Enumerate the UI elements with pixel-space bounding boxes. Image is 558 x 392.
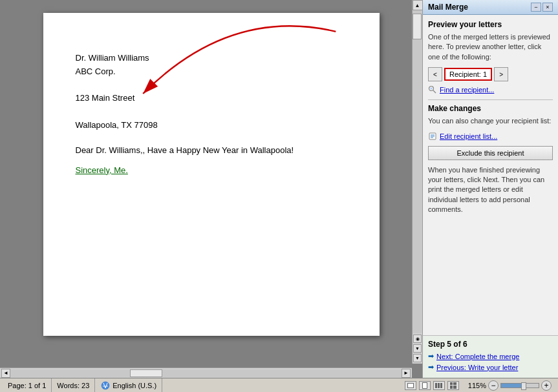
mini-scroll-btn3[interactable]: ▼ (413, 354, 422, 362)
next-step-link[interactable]: Next: Complete the merge (436, 353, 519, 360)
svg-line-2 (433, 90, 436, 93)
view-btn4[interactable] (447, 381, 459, 390)
panel-pin-btn[interactable]: − (531, 3, 541, 12)
panel-title: Mail Merge (428, 3, 468, 12)
page-info: Page: 1 of 1 (3, 378, 52, 392)
mini-scroll-btn1[interactable]: ◉ (413, 335, 422, 343)
greeting-text: Dear Dr. Williams,, Have a Happy New Yea… (76, 145, 347, 155)
address-line2: ABC Corp. (76, 65, 347, 79)
zoom-slider[interactable] (500, 383, 539, 388)
preview-title: Preview your letters (428, 20, 553, 29)
after-text: When you have finished previewing your l… (428, 165, 553, 215)
address-line4: Wallapoola, TX 77098 (76, 119, 347, 132)
zoom-in-btn[interactable]: + (541, 380, 552, 391)
next-step-row[interactable]: ➡ Next: Complete the merge (428, 352, 553, 360)
word-count: Words: 23 (52, 378, 95, 392)
zoom-thumb[interactable] (521, 382, 526, 390)
find-recipient-row[interactable]: Find a recipient... (428, 85, 553, 94)
edit-recipient-row[interactable]: Edit recipient list... (428, 132, 553, 141)
step-title: Step 5 of 6 (428, 340, 553, 349)
panel-header: Mail Merge − × (423, 0, 558, 15)
hscroll-right-btn[interactable]: ► (402, 369, 411, 378)
mini-scroll-btn2[interactable]: ▼ (413, 344, 422, 353)
zoom-level: 115% (468, 382, 486, 389)
scroll-up-btn[interactable]: ▲ (413, 0, 423, 10)
panel-close-btn[interactable]: × (542, 3, 553, 12)
hscroll-left-btn[interactable]: ◄ (1, 369, 10, 378)
preview-description: One of the merged letters is previewed h… (428, 32, 553, 62)
zoom-out-btn[interactable]: − (488, 380, 499, 391)
prev-step-row[interactable]: ➡ Previous: Write your letter (428, 363, 553, 371)
address-line1: Dr. William Williams (76, 52, 347, 65)
view-controls (400, 381, 464, 390)
recipient-indicator: Recipient: 1 (444, 68, 492, 81)
scroll-thumb[interactable] (413, 14, 422, 39)
step-section: Step 5 of 6 ➡ Next: Complete the merge ➡… (423, 335, 558, 378)
prev-arrow-icon: ➡ (428, 363, 434, 371)
panel-content: Preview your letters One of the merged l… (423, 15, 558, 335)
signature-text: Sincerely, Me. (76, 165, 347, 175)
zoom-controls: 115% − + (464, 380, 555, 391)
mail-merge-panel: Mail Merge − × Preview your letters One … (422, 0, 558, 378)
address-block: Dr. William Williams ABC Corp. 123 Main … (76, 52, 347, 132)
make-changes-section: Make changes You can also change your re… (428, 104, 553, 214)
prev-recipient-btn[interactable]: < (428, 67, 442, 81)
changes-description: You can also change your recipient list: (428, 116, 553, 126)
view-btn1[interactable] (405, 381, 416, 390)
status-bar: Page: 1 of 1 Words: 23 English (U.S.) (0, 378, 558, 392)
view-btn2[interactable] (419, 381, 431, 390)
svg-point-3 (431, 88, 433, 90)
recipient-nav: < Recipient: 1 > (428, 67, 553, 81)
edit-icon (428, 132, 437, 141)
changes-title: Make changes (428, 104, 553, 113)
next-arrow-icon: ➡ (428, 352, 434, 360)
find-recipient-link[interactable]: Find a recipient... (440, 86, 494, 94)
preview-section: Preview your letters One of the merged l… (428, 20, 553, 94)
language-info: English (U.S.) (95, 378, 162, 392)
exclude-recipient-button[interactable]: Exclude this recipient (428, 146, 553, 160)
prev-step-link[interactable]: Previous: Write your letter (436, 364, 518, 371)
view-btn3[interactable] (433, 381, 445, 390)
address-line3: 123 Main Street (76, 92, 347, 105)
document-page: Dr. William Williams ABC Corp. 123 Main … (43, 13, 380, 336)
edit-recipient-link[interactable]: Edit recipient list... (440, 132, 497, 140)
next-recipient-btn[interactable]: > (494, 67, 508, 81)
find-icon (428, 85, 437, 94)
divider1 (428, 99, 553, 100)
language-icon (100, 380, 111, 391)
hscroll-thumb[interactable] (130, 369, 162, 377)
